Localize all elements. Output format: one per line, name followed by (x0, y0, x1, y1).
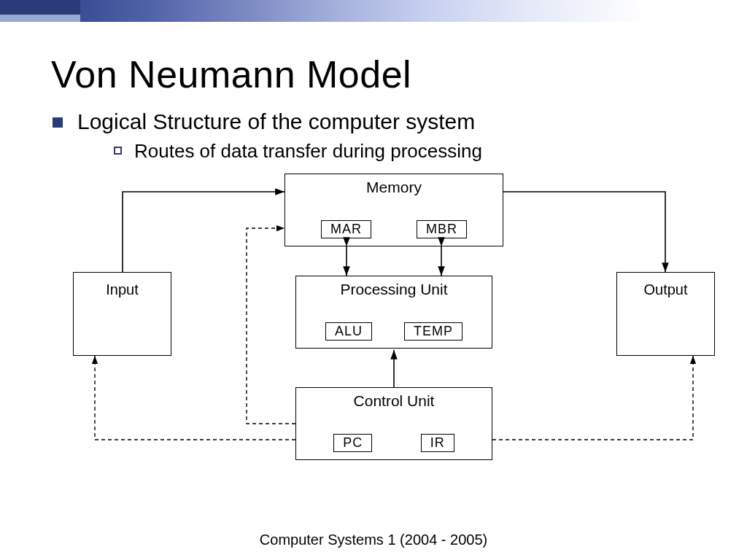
von-neumann-diagram: Memory MAR MBR Processing Unit ALU TEMP … (51, 170, 737, 476)
decor-gradient (80, 0, 747, 22)
arrow-control-input (95, 356, 295, 440)
bullet-main-text: Logical Structure of the computer system (77, 109, 475, 133)
slide-decor-top (0, 0, 747, 23)
processing-box: Processing Unit ALU TEMP (295, 276, 492, 349)
decor-square-dark (0, 0, 80, 15)
control-reg-pc: PC (333, 434, 372, 452)
processing-reg-temp: TEMP (404, 322, 462, 341)
sub-bullet-list: Routes of data transfer during processin… (77, 140, 703, 163)
bullet-list: Logical Structure of the computer system… (51, 109, 703, 163)
arrow-input-memory (123, 192, 285, 272)
sub-bullet: Routes of data transfer during processin… (77, 140, 703, 163)
control-reg-ir: IR (421, 434, 454, 452)
bullet-main: Logical Structure of the computer system… (51, 109, 703, 163)
memory-label: Memory (285, 179, 503, 196)
processing-label: Processing Unit (296, 281, 492, 298)
arrow-control-output (492, 356, 693, 440)
control-box: Control Unit PC IR (295, 387, 492, 460)
input-label: Input (74, 277, 171, 298)
processing-reg-alu: ALU (325, 322, 372, 341)
memory-reg-mbr: MBR (417, 220, 467, 238)
slide-body: Von Neumann Model Logical Structure of t… (0, 23, 747, 560)
control-label: Control Unit (296, 392, 492, 410)
input-box: Input (73, 272, 171, 356)
output-box: Output (616, 272, 715, 356)
arrow-control-memory (247, 228, 295, 424)
slide-footer: Computer Systems 1 (2004 - 2005) (0, 532, 747, 548)
arrow-memory-output (503, 192, 665, 272)
decor-square-light (0, 15, 80, 22)
slide-title: Von Neumann Model (51, 52, 703, 96)
memory-box: Memory MAR MBR (285, 174, 503, 246)
output-label: Output (617, 277, 714, 298)
memory-reg-mar: MAR (321, 220, 371, 238)
